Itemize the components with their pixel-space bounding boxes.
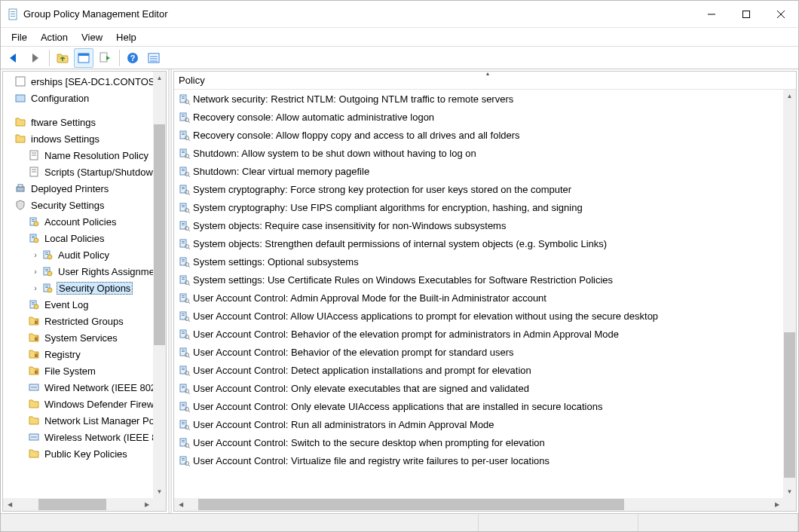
policy-row[interactable]: System cryptography: Use FIPS compliant … (174, 198, 783, 216)
help-button[interactable]: ? (123, 48, 142, 68)
policy-row[interactable]: User Account Control: Allow UIAccess app… (174, 307, 783, 325)
tree-node[interactable]: Public Key Policies (2, 445, 167, 462)
policy-row[interactable]: Network security: Restrict NTLM: Outgoin… (174, 90, 783, 108)
scroll-right-arrow-icon[interactable]: ▶ (770, 498, 783, 511)
policy-row[interactable]: System cryptography: Force strong key pr… (174, 180, 783, 198)
svg-rect-49 (32, 302, 35, 303)
policy-row[interactable]: System objects: Require case insensitivi… (174, 216, 783, 234)
svg-line-94 (188, 212, 190, 213)
policy-row[interactable]: User Account Control: Switch to the secu… (174, 433, 783, 451)
policy-row[interactable]: User Account Control: Only elevate UIAcc… (174, 397, 783, 415)
expand-toggle-icon[interactable]: › (31, 283, 40, 292)
maximize-button[interactable] (729, 1, 764, 27)
policy-row[interactable]: User Account Control: Admin Approval Mod… (174, 289, 783, 307)
tree-panel: erships [SEA-DC1.CONTOSO.COConfiguration… (1, 69, 168, 513)
policy-label: Shutdown: Allow system to be shut down w… (193, 148, 476, 159)
tree-node[interactable]: indows Settings (2, 130, 167, 147)
tree-node[interactable]: Deployed Printers (2, 180, 167, 197)
list-settings-icon (147, 51, 161, 65)
policy-row[interactable]: Shutdown: Allow system to be shut down w… (174, 144, 783, 162)
details-view-button[interactable] (74, 48, 93, 68)
tree-node[interactable]: Local Policies (2, 230, 167, 246)
svg-rect-97 (182, 225, 185, 225)
list-vertical-scrollbar[interactable]: ▲ ▼ (783, 90, 796, 498)
tree-node[interactable]: System Services (2, 329, 167, 346)
refresh-button[interactable] (95, 48, 115, 68)
tree-node[interactable]: Name Resolution Policy (2, 147, 167, 164)
tree-node[interactable]: ›Audit Policy (2, 246, 167, 263)
svg-rect-76 (182, 151, 185, 151)
tree-node[interactable]: Wireless Network (IEEE 80. (2, 429, 167, 445)
policy-row[interactable]: Recovery console: Allow automatic admini… (174, 108, 783, 126)
tree-node[interactable]: Windows Defender Firewa (2, 396, 167, 412)
svg-rect-156 (182, 440, 185, 441)
expand-toggle-icon[interactable]: › (31, 250, 40, 259)
svg-rect-54 (35, 354, 38, 357)
tree-vertical-scrollbar[interactable]: ▲ ▼ (153, 72, 166, 498)
scroll-up-arrow-icon[interactable]: ▲ (783, 90, 796, 102)
policy-label: System objects: Require case insensitivi… (193, 220, 506, 231)
tree-node[interactable]: Security Settings (2, 197, 167, 213)
shield-icon (14, 198, 27, 212)
list-header[interactable]: Policy ▴ (174, 72, 796, 90)
tree-node[interactable]: erships [SEA-DC1.CONTOSO.CO (2, 73, 167, 90)
svg-line-159 (188, 447, 190, 448)
forward-button[interactable] (25, 48, 44, 68)
tree-node[interactable]: ›Security Options (2, 280, 167, 296)
tree-horizontal-scrollbar[interactable]: ◀ ▶ (3, 498, 153, 511)
menu-view[interactable]: View (75, 30, 109, 44)
list-settings-button[interactable] (144, 48, 164, 68)
policy-row[interactable]: User Account Control: Only elevate execu… (174, 379, 783, 397)
policy-row[interactable]: User Account Control: Behavior of the el… (174, 325, 783, 343)
statusbar (1, 513, 798, 531)
tree-node-label: indows Settings (31, 133, 99, 145)
scroll-up-arrow-icon[interactable]: ▲ (153, 72, 166, 84)
tree-node[interactable]: Configuration (2, 90, 167, 106)
svg-line-89 (188, 194, 190, 195)
minimize-button[interactable] (694, 1, 729, 27)
scroll-down-arrow-icon[interactable]: ▼ (153, 485, 166, 498)
tree-node[interactable]: Network List Manager Pol (2, 412, 167, 429)
tree-node[interactable]: ›User Rights Assignmen (2, 263, 167, 280)
policy-list[interactable]: Network security: Restrict NTLM: Outgoin… (174, 90, 783, 469)
tree-node[interactable]: ftware Settings (2, 114, 167, 130)
tree-node[interactable]: Event Log (2, 296, 167, 313)
svg-rect-77 (182, 152, 185, 153)
policy-row[interactable]: User Account Control: Detect application… (174, 361, 783, 379)
policy-row[interactable]: User Account Control: Run all administra… (174, 415, 783, 433)
svg-line-104 (188, 248, 190, 249)
tree-node[interactable]: Restricted Groups (2, 313, 167, 329)
menu-file[interactable]: File (5, 30, 33, 44)
menu-help[interactable]: Help (110, 30, 142, 44)
menu-action[interactable]: Action (35, 30, 74, 44)
policy-row[interactable]: Recovery console: Allow floppy copy and … (174, 126, 783, 144)
expand-toggle-icon[interactable]: › (31, 267, 40, 276)
tree-node[interactable] (2, 106, 167, 114)
tree-node[interactable]: Scripts (Startup/Shutdown) (2, 164, 167, 180)
folder-icon (14, 115, 27, 129)
policy-row[interactable]: System settings: Use Certificate Rules o… (174, 271, 783, 289)
scroll-left-arrow-icon[interactable]: ◀ (174, 498, 187, 511)
scroll-left-arrow-icon[interactable]: ◀ (3, 498, 16, 511)
tree-node[interactable]: Account Policies (2, 213, 167, 230)
scroll-right-arrow-icon[interactable]: ▶ (140, 498, 153, 511)
svg-rect-62 (182, 98, 185, 99)
svg-rect-111 (182, 277, 185, 278)
policy-row[interactable]: Shutdown: Clear virtual memory pagefile (174, 162, 783, 180)
tree-node[interactable]: File System (2, 362, 167, 379)
policy-row[interactable]: System settings: Optional subsystems (174, 252, 783, 271)
svg-rect-34 (32, 237, 35, 238)
policy-row[interactable]: User Account Control: Behavior of the el… (174, 343, 783, 361)
tree[interactable]: erships [SEA-DC1.CONTOSO.COConfiguration… (2, 72, 167, 462)
svg-point-43 (47, 271, 52, 276)
tree-node[interactable]: Wired Network (IEEE 802.3 (2, 379, 167, 396)
policy-row[interactable]: System objects: Strengthen default permi… (174, 234, 783, 252)
splitter[interactable] (168, 69, 172, 513)
close-button[interactable] (764, 1, 798, 27)
back-button[interactable] (4, 48, 23, 68)
scroll-down-arrow-icon[interactable]: ▼ (783, 485, 796, 498)
tree-node[interactable]: Registry (2, 346, 167, 362)
policy-row[interactable]: User Account Control: Virtualize file an… (174, 451, 783, 469)
list-horizontal-scrollbar[interactable]: ◀ ▶ (174, 498, 783, 511)
up-folder-button[interactable] (53, 48, 72, 68)
